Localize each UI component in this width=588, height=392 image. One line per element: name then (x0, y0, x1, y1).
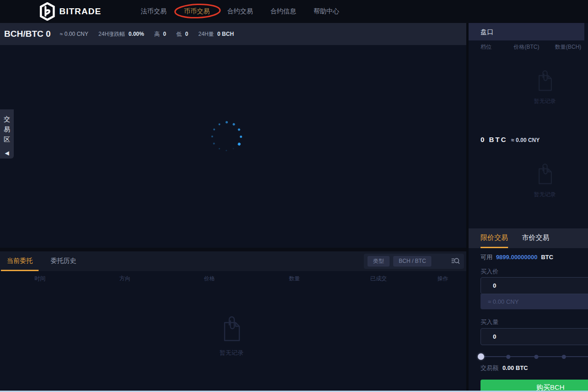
low-24h: 低 0 (176, 30, 188, 38)
tab-current-orders[interactable]: 当前委托 (1, 251, 39, 271)
nav-item-contract-info[interactable]: 合约信息 (269, 5, 297, 18)
amount-slider[interactable] (481, 353, 588, 360)
change-24h-value: 0.00% (129, 31, 144, 37)
total-row: 交易额 0.00 BTC (481, 364, 528, 372)
asks-empty-text: 暂无记录 (534, 97, 556, 105)
col-direction: 方向 (119, 275, 130, 283)
slider-stop[interactable] (506, 355, 510, 359)
tab-limit-trade[interactable]: 限价交易 (481, 228, 508, 248)
last-price-cny: ≈ 0.00 CNY (511, 137, 540, 143)
bitrade-logo-icon (39, 2, 56, 21)
col-amount: 数量 (289, 275, 300, 283)
nav-item-contract-trade[interactable]: 合约交易 (226, 5, 254, 18)
buy-price-label: 买入价 (481, 267, 498, 276)
slider-stop[interactable] (562, 355, 566, 359)
orderbook-columns: 档位 价格(BTC) 数量(BCH) (469, 40, 588, 52)
available-unit: BTC (541, 254, 554, 261)
total-value: 0.00 BTC (503, 364, 528, 371)
chart-area: 交易区 ◀ (0, 45, 466, 248)
high-24h-value: 0 (163, 31, 166, 37)
nav-item-coin-trade-label: 币币交易 (184, 7, 209, 15)
nav-item-coin-trade[interactable]: 币币交易 (183, 5, 210, 18)
pair-title: BCH/BTC 0 (4, 29, 51, 39)
pair-cny-approx: ≈ 0.00 CNY (60, 31, 88, 37)
buy-amount-input[interactable] (481, 328, 588, 345)
col-filled: 已成交 (370, 275, 387, 283)
nav-item-help-center[interactable]: 帮助中心 (312, 5, 340, 18)
ob-col-level: 档位 (481, 43, 492, 51)
main-menu: 法币交易 币币交易 合约交易 合约信息 帮助中心 (140, 5, 340, 18)
trade-panel: 限价交易 市价交易 可用 9899.00000000 BTC 买入价 ≈ 0.0… (469, 228, 588, 392)
brand[interactable]: BITRADE (39, 2, 101, 21)
orders-tab-row: 当前委托 委托历史 类型 BCH / BTC (0, 251, 466, 271)
change-24h: 24H涨跌幅 0.00% (98, 30, 144, 38)
left-column: BCH/BTC 0 ≈ 0.00 CNY 24H涨跌幅 0.00% 高 0 低 … (0, 23, 466, 392)
buy-price-input[interactable] (481, 277, 588, 294)
available-value: 9899.00000000 (496, 254, 537, 261)
high-24h-label: 高 (154, 31, 160, 37)
top-nav: BITRADE 法币交易 币币交易 合约交易 合约信息 帮助中心 (0, 0, 588, 23)
volume-24h-value: 0 BCH (217, 31, 234, 37)
pair-filter-dropdown[interactable]: BCH / BTC (393, 256, 431, 267)
ticker-bar: BCH/BTC 0 ≈ 0.00 CNY 24H涨跌幅 0.00% 高 0 低 … (0, 23, 466, 45)
trade-tab-row: 限价交易 市价交易 (469, 228, 588, 248)
nav-item-fiat-trade[interactable]: 法币交易 (140, 5, 167, 18)
low-24h-label: 低 (176, 31, 182, 37)
ob-col-price: 价格(BTC) (514, 43, 539, 51)
last-price: 0 BTC (481, 136, 507, 143)
tab-market-trade[interactable]: 市价交易 (522, 228, 549, 248)
available-balance-row: 可用 9899.00000000 BTC (481, 253, 553, 261)
total-label: 交易额 (481, 364, 498, 371)
trading-zone-label: 交易区 (4, 114, 11, 144)
col-action: 操作 (437, 275, 448, 283)
low-24h-value: 0 (185, 31, 188, 37)
orders-panel: 当前委托 委托历史 类型 BCH / BTC (0, 251, 466, 392)
app-root: BITRADE 法币交易 币币交易 合约交易 合约信息 帮助中心 BCH/BTC… (0, 0, 588, 392)
last-price-row: 0 BTC ≈ 0.00 CNY (481, 136, 540, 144)
change-24h-label: 24H涨跌幅 (98, 31, 125, 37)
horizontal-divider (0, 248, 466, 251)
asks-empty-state: 暂无记录 (534, 69, 556, 105)
ob-col-amount: 数量(BCH) (555, 43, 581, 51)
type-filter-dropdown[interactable]: 类型 (368, 256, 390, 267)
right-column: 盘口 档位 价格(BTC) 数量(BCH) 暂无记录 0 BTC ≈ 0.00 … (469, 23, 588, 392)
orderbook-title: 盘口 (469, 23, 584, 40)
col-time: 时间 (34, 275, 45, 283)
buy-bch-button[interactable]: 购买BCH (481, 380, 588, 392)
slider-stop[interactable] (534, 355, 538, 359)
tab-order-history[interactable]: 委托历史 (50, 251, 77, 271)
high-24h: 高 0 (154, 30, 166, 38)
bids-empty-text: 暂无记录 (534, 191, 556, 199)
trading-zone-side-tab[interactable]: 交易区 ◀ (0, 109, 14, 159)
volume-24h: 24H量 0 BCH (198, 30, 234, 38)
slider-handle[interactable] (478, 353, 484, 360)
collapse-arrow-icon: ◀ (5, 150, 9, 156)
volume-24h-label: 24H量 (198, 31, 214, 37)
orders-empty-text: 暂无记录 (218, 349, 245, 357)
available-label: 可用 (481, 254, 492, 261)
bids-empty-state: 暂无记录 (534, 162, 556, 199)
search-filter-icon[interactable] (451, 256, 460, 266)
buy-price-cny-approx: ≈ 0.00 CNY (481, 294, 588, 309)
brand-name: BITRADE (59, 6, 101, 17)
buy-amount-label: 买入量 (481, 318, 498, 326)
orders-empty-state: 暂无记录 (218, 315, 245, 357)
orders-filter-box: 类型 BCH / BTC (364, 254, 464, 269)
col-price: 价格 (204, 275, 215, 283)
orders-table-header: 时间 方向 价格 数量 已成交 操作 (0, 271, 466, 285)
